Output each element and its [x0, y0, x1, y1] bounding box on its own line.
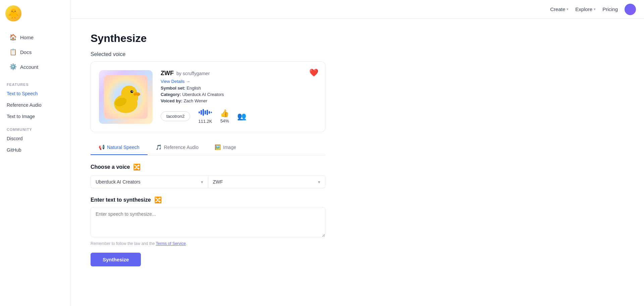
voice-category: Category: Uberduck AI Creators [161, 92, 317, 97]
sidebar: 🐥 🏠 Home 📋 Docs ⚙️ Account FEATURES Text… [0, 0, 70, 306]
terms-of-service-link[interactable]: Terms of Service [156, 241, 186, 246]
sidebar-item-text-to-speech[interactable]: Text to Speech [0, 88, 70, 99]
voice-details-link[interactable]: View Details → [161, 79, 190, 84]
voice-avatar [99, 70, 153, 124]
sidebar-item-home[interactable]: 🏠 Home [3, 30, 67, 44]
likes-value: 54% [220, 118, 229, 123]
explore-chevron-icon: ▾ [594, 7, 596, 11]
likes-stat: 👍 54% [220, 109, 229, 123]
favorite-button[interactable]: ❤️ [309, 68, 318, 77]
image-icon: 🖼️ [215, 144, 221, 150]
svg-rect-14 [209, 111, 210, 114]
voice-symbol-set: Symbol set: English [161, 86, 317, 91]
category-select-value: Uberduck AI Creators [96, 179, 141, 185]
sidebar-item-github[interactable]: GitHub [0, 145, 70, 155]
voice-card: ZWF by scruffygamer View Details → Symbo… [91, 61, 325, 132]
voice-select-value: ZWF [213, 179, 223, 185]
sidebar-item-discord[interactable]: Discord [0, 133, 70, 144]
waveform-icon [199, 109, 212, 118]
account-icon: ⚙️ [9, 63, 17, 70]
selected-voice-label: Selected voice [91, 51, 624, 57]
category-value: Uberduck AI Creators [182, 92, 224, 97]
voice-info: ZWF by scruffygamer View Details → Symbo… [161, 70, 317, 124]
tab-natural-speech[interactable]: 📢 Natural Speech [91, 140, 148, 155]
speech-textarea[interactable] [91, 207, 325, 237]
sidebar-home-label: Home [20, 35, 34, 40]
features-section-label: FEATURES [0, 77, 70, 88]
tacotron-badge: tacotron2 [161, 111, 190, 121]
main-nav: 🏠 Home 📋 Docs ⚙️ Account [0, 27, 70, 77]
svg-rect-13 [207, 110, 208, 115]
explore-menu[interactable]: Explore ▾ [575, 6, 596, 12]
main-content: Synthesize Selected voice [70, 19, 644, 306]
voice-select[interactable]: ZWF ▾ [208, 175, 326, 188]
pricing-link[interactable]: Pricing [602, 6, 618, 12]
category-label: Category: [161, 92, 181, 97]
image-tab-label: Image [223, 145, 236, 150]
speaker-icon: 📢 [99, 144, 105, 150]
voice-select-chevron-icon: ▾ [318, 180, 320, 185]
top-navigation: Create ▾ Explore ▾ Pricing [70, 0, 644, 19]
svg-rect-11 [203, 109, 204, 116]
sidebar-item-account[interactable]: ⚙️ Account [3, 60, 67, 74]
plays-value: 111.2K [198, 119, 212, 124]
synthesis-tabs: 📢 Natural Speech 🎵 Reference Audio 🖼️ Im… [91, 140, 325, 155]
shuffle-button[interactable]: 🔀 [133, 163, 141, 171]
create-menu[interactable]: Create ▾ [550, 6, 569, 12]
sidebar-account-label: Account [20, 64, 38, 70]
enter-text-row: Enter text to synthesize 🔀 [91, 196, 624, 204]
create-chevron-icon: ▾ [567, 7, 569, 11]
group-stat: 👥 [237, 112, 246, 121]
sidebar-docs-label: Docs [20, 49, 32, 55]
sidebar-item-text-to-image[interactable]: Text to Image [0, 111, 70, 122]
svg-rect-15 [211, 112, 212, 113]
group-icon: 👥 [237, 112, 246, 121]
home-icon: 🏠 [9, 34, 17, 41]
svg-point-4 [132, 91, 133, 92]
logo-image[interactable]: 🐥 [5, 5, 21, 21]
svg-rect-9 [199, 111, 200, 113]
voiced-by-value: Zach Wener [183, 98, 207, 103]
reference-audio-tab-label: Reference Audio [164, 145, 199, 150]
page-title: Synthesize [91, 32, 624, 45]
voiced-by-label: Voiced by: [161, 98, 182, 103]
tos-notice: Remember to follow the law and the Terms… [91, 241, 325, 246]
svg-rect-12 [205, 110, 206, 114]
docs-icon: 📋 [9, 48, 17, 56]
tab-image[interactable]: 🖼️ Image [207, 140, 244, 155]
text-shuffle-button[interactable]: 🔀 [154, 196, 162, 204]
voice-name-row: ZWF by scruffygamer [161, 70, 317, 77]
user-avatar[interactable] [625, 4, 636, 15]
voice-badges: tacotron2 111.2K [161, 109, 317, 124]
symbol-set-value: English [186, 86, 201, 91]
sidebar-item-reference-audio[interactable]: Reference Audio [0, 100, 70, 110]
music-icon: 🎵 [156, 144, 162, 150]
voice-by: by scruffygamer [176, 71, 210, 76]
enter-text-label: Enter text to synthesize [91, 197, 151, 203]
tab-reference-audio[interactable]: 🎵 Reference Audio [148, 140, 207, 155]
plays-stat: 111.2K [198, 109, 212, 124]
category-select[interactable]: Uberduck AI Creators ▾ [91, 175, 208, 188]
community-section-label: COMMUNITY [0, 122, 70, 133]
voice-selects: Uberduck AI Creators ▾ ZWF ▾ [91, 175, 325, 188]
voice-name: ZWF [161, 70, 174, 77]
voice-voiced-by: Voiced by: Zach Wener [161, 98, 317, 103]
synthesize-button[interactable]: Synthesize [91, 253, 141, 266]
choose-voice-row: Choose a voice 🔀 [91, 163, 624, 171]
choose-voice-label: Choose a voice [91, 164, 130, 170]
svg-rect-10 [201, 110, 202, 115]
logo-area: 🐥 [0, 0, 70, 27]
natural-speech-tab-label: Natural Speech [107, 145, 140, 150]
sidebar-item-docs[interactable]: 📋 Docs [3, 45, 67, 59]
symbol-set-label: Symbol set: [161, 86, 185, 91]
category-select-chevron-icon: ▾ [201, 180, 203, 185]
thumbs-up-icon: 👍 [220, 109, 229, 118]
